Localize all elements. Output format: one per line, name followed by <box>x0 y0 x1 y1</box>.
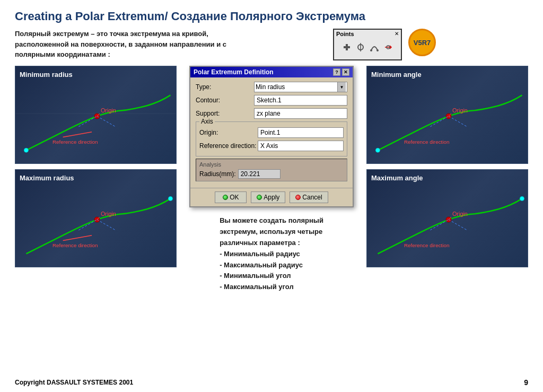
footer: Copyright DASSAULT SYSTEMES 2001 9 <box>15 378 528 387</box>
svg-text:Reference direction: Reference direction <box>404 140 450 145</box>
cancel-button[interactable]: Cancel <box>290 191 328 203</box>
svg-point-24 <box>375 149 380 153</box>
contour-label: Contour: <box>196 97 254 104</box>
point-icon-4 <box>383 42 393 53</box>
origin-input[interactable]: Point.1 <box>258 127 344 138</box>
dialog-titlebar: Polar Extremum Definition ? ✕ <box>190 67 353 77</box>
radius-label: Radius(mm): <box>199 170 236 178</box>
analysis-label: Analysis <box>199 161 344 168</box>
max-angle-panel: Maximum angle Origin Reference direction <box>366 169 528 267</box>
points-toolbar <box>341 42 393 53</box>
svg-line-12 <box>63 132 92 137</box>
min-radius-panel: Minimum radius Origin Refere <box>15 66 177 164</box>
copyright: Copyright DASSAULT SYSTEMES 2001 <box>15 379 133 386</box>
svg-line-30 <box>449 116 467 127</box>
contour-input[interactable]: Sketch.1 <box>254 95 347 106</box>
polar-extremum-dialog: Polar Extremum Definition ? ✕ Type: Min … <box>189 66 354 207</box>
cancel-dot <box>295 195 301 200</box>
type-label: Type: <box>196 83 254 91</box>
support-input[interactable]: zx plane <box>254 108 347 119</box>
center-area: Polar Extremum Definition ? ✕ Type: Min … <box>182 66 361 293</box>
min-angle-curve: Origin Reference direction <box>367 66 528 163</box>
svg-point-31 <box>520 197 524 201</box>
svg-line-23 <box>97 220 116 230</box>
bottom-line7: - Максимальный угол <box>220 282 323 293</box>
svg-text:Origin: Origin <box>101 211 116 217</box>
dialog-type-row: Type: Min radius ▼ <box>196 82 347 92</box>
bottom-line5: - Максимальный радиус <box>220 260 323 271</box>
svg-text:Origin: Origin <box>452 107 468 114</box>
page: Creating a Polar Extremum/ Создание Поля… <box>0 0 543 392</box>
dialog-footer: OK Apply Cancel <box>190 188 353 206</box>
max-radius-panel: Maximum radius Origin Reference directio… <box>15 169 177 267</box>
svg-text:Reference direction: Reference direction <box>52 243 98 249</box>
svg-text:Reference direction: Reference direction <box>52 140 98 145</box>
left-panels: Minimum radius Origin Refere <box>15 66 177 293</box>
point-icon-1 <box>341 42 352 53</box>
point-icon-2 <box>355 42 366 53</box>
points-box-title: Points <box>336 31 354 37</box>
ok-dot <box>223 195 228 200</box>
points-box: Points ✕ <box>333 29 402 60</box>
svg-point-16 <box>169 197 173 201</box>
bottom-line2: экстремум, используя четыре <box>220 227 323 238</box>
page-title: Creating a Polar Extremum/ Создание Поля… <box>15 10 528 23</box>
max-radius-curve: Origin Reference direction <box>15 170 176 267</box>
svg-point-5 <box>376 49 379 51</box>
bottom-line3: различных параметра : <box>220 238 323 249</box>
analysis-section: Analysis Radius(mm): 20.221 <box>196 159 347 181</box>
svg-line-37 <box>449 220 467 230</box>
bottom-line1: Вы можете создать полярный <box>220 215 323 227</box>
svg-text:Origin: Origin <box>101 107 116 114</box>
svg-point-4 <box>370 49 372 51</box>
apply-dot <box>257 195 262 200</box>
svg-text:Reference direction: Reference direction <box>404 243 450 249</box>
refdir-label: Reference direction: <box>199 142 258 150</box>
dialog-close-button[interactable]: ✕ <box>342 68 349 76</box>
svg-point-8 <box>24 149 28 153</box>
origin-label: Origin: <box>199 129 258 136</box>
dialog-title-buttons: ? ✕ <box>333 68 349 76</box>
dialog-title: Polar Extremum Definition <box>194 68 274 76</box>
dialog-help-button[interactable]: ? <box>333 68 340 76</box>
points-close-btn[interactable]: ✕ <box>395 31 399 37</box>
dialog-body: Type: Min radius ▼ Contour: Sketch.1 <box>190 77 353 188</box>
dialog-support-row: Support: zx plane <box>196 108 347 119</box>
dialog-contour-row: Contour: Sketch.1 <box>196 95 347 106</box>
type-dropdown[interactable]: Min radius ▼ <box>254 82 347 92</box>
v5r7-badge: V5R7 <box>408 29 436 56</box>
min-radius-curve: Origin Reference direction <box>15 66 176 163</box>
dialog-refdir-row: Reference direction: X Axis <box>199 141 344 151</box>
page-number: 9 <box>524 378 528 387</box>
min-angle-panel: Minimum angle Origin Reference direction <box>366 66 528 164</box>
axis-section: Axis Origin: Point.1 Reference direction… <box>196 121 347 156</box>
axis-section-label: Axis <box>199 118 215 125</box>
bottom-line6: - Минимальный угол <box>220 271 323 282</box>
refdir-input[interactable]: X Axis <box>258 141 344 151</box>
svg-rect-1 <box>344 46 350 48</box>
type-value: Min radius <box>256 83 285 91</box>
bottom-text: Вы можете создать полярный экстремум, ис… <box>214 215 329 293</box>
intro-text: Полярный экстремум – это точка экстремум… <box>15 29 312 60</box>
svg-text:Origin: Origin <box>452 211 468 217</box>
svg-line-15 <box>97 116 116 127</box>
ok-button[interactable]: OK <box>215 191 247 203</box>
support-label: Support: <box>196 110 254 117</box>
apply-button[interactable]: Apply <box>251 191 285 203</box>
type-dropdown-arrow[interactable]: ▼ <box>337 82 346 92</box>
point-icon-3 <box>369 42 380 53</box>
bottom-line4: - Минимальный радиус <box>220 249 323 260</box>
main-content: Minimum radius Origin Refere <box>15 66 528 293</box>
analysis-value-row: Radius(mm): 20.221 <box>199 169 344 179</box>
right-panels: Minimum angle Origin Reference direction… <box>366 66 528 293</box>
dialog-origin-row: Origin: Point.1 <box>199 127 344 138</box>
radius-value: 20.221 <box>238 169 281 179</box>
svg-line-20 <box>63 236 92 241</box>
max-angle-curve: Origin Reference direction <box>367 170 528 267</box>
